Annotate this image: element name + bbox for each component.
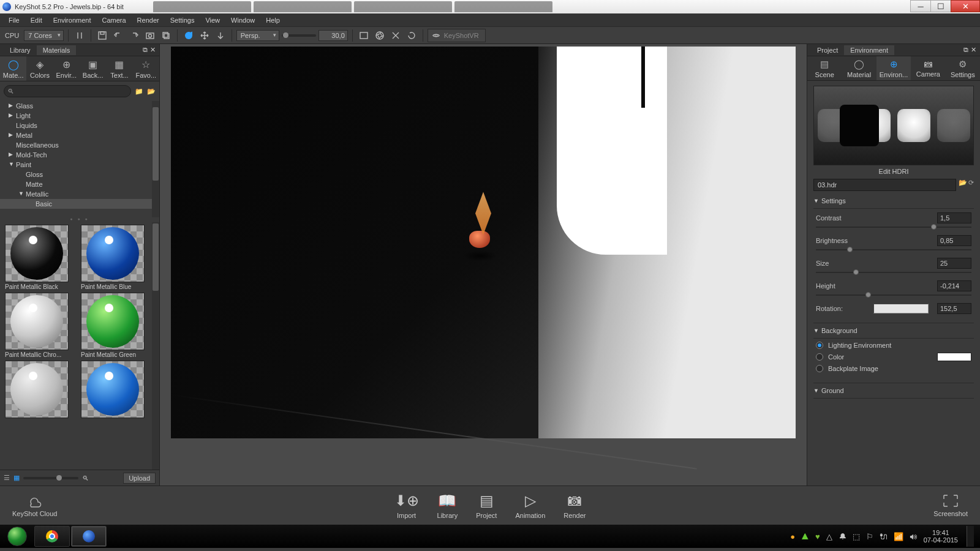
tray-icon[interactable]: ♥ — [815, 532, 820, 541]
screenshot-tool-button[interactable] — [143, 29, 157, 42]
menu-view[interactable]: View — [200, 15, 225, 26]
new-folder-icon[interactable]: 📁 — [135, 88, 143, 96]
panel-popout-icon[interactable]: ⧉ — [963, 46, 968, 54]
tray-notification-icon[interactable]: 🔔︎ — [839, 532, 846, 541]
library-materials-tab[interactable]: Materials — [37, 45, 77, 55]
action-render[interactable]: 📷︎Render — [564, 492, 586, 519]
copy-button[interactable] — [159, 29, 173, 42]
upload-button[interactable]: Upload — [123, 473, 156, 484]
keyshot-cloud-button[interactable]: KeyShot Cloud — [12, 494, 57, 517]
aperture-icon[interactable] — [373, 29, 386, 42]
undo-button[interactable] — [111, 29, 125, 42]
library-panel-title[interactable]: Library — [4, 45, 37, 55]
project-tab-environment[interactable]: ⊕Environ... — [876, 56, 911, 80]
tree-item[interactable]: ▶Glass — [0, 101, 159, 111]
project-tab-material[interactable]: ◯Material — [842, 56, 876, 80]
region-button[interactable] — [357, 29, 371, 42]
tree-item[interactable]: Basic — [0, 199, 159, 209]
action-library[interactable]: 📖Library — [437, 492, 458, 519]
size-value[interactable]: 25 — [937, 258, 971, 269]
material-thumbnail[interactable]: Paint Metallic Green — [81, 293, 151, 358]
tray-icon[interactable]: △ — [826, 532, 832, 541]
library-tab-backplates[interactable]: ▣Back... — [80, 56, 106, 81]
taskbar-chrome[interactable] — [34, 526, 70, 547]
section-ground[interactable]: ▼Ground — [807, 384, 980, 397]
library-tab-textures[interactable]: ▦Text... — [106, 56, 132, 81]
tray-clock[interactable]: 19:41 07-04-2015 — [924, 529, 958, 544]
section-background[interactable]: ▼Background — [807, 324, 980, 337]
window-maximize-button[interactable]: ☐ — [930, 0, 951, 12]
brightness-slider[interactable] — [816, 248, 971, 252]
tray-wifi-icon[interactable]: 📶 — [894, 532, 903, 541]
open-folder-icon[interactable]: 📂 — [147, 88, 156, 96]
panel-popout-icon[interactable]: ⧉ — [143, 46, 148, 54]
hdr-file-input[interactable] — [813, 179, 956, 191]
material-thumbnail[interactable]: Paint Metallic Chro... — [5, 293, 75, 358]
menu-render[interactable]: Render — [132, 15, 164, 26]
hdri-preview[interactable] — [813, 86, 974, 165]
cpu-cores-combo[interactable]: 7 Cores — [24, 30, 64, 41]
material-thumbnail[interactable] — [81, 361, 151, 419]
pause-button[interactable] — [73, 29, 86, 42]
save-button[interactable] — [96, 29, 109, 42]
move-down-button[interactable] — [214, 29, 227, 42]
contrast-value[interactable]: 1,5 — [937, 212, 971, 223]
material-thumbnail[interactable]: Paint Metallic Blue — [81, 225, 151, 290]
panel-close-icon[interactable]: ✕ — [971, 46, 976, 54]
library-search-input[interactable] — [4, 85, 131, 97]
redo-button[interactable] — [127, 29, 141, 42]
render-viewport[interactable] — [160, 44, 807, 485]
tree-item[interactable]: Matte — [0, 179, 159, 189]
splitter-handle[interactable]: ● ● ● — [0, 217, 159, 222]
menu-camera[interactable]: Camera — [97, 15, 130, 26]
fov-slider[interactable] — [282, 34, 316, 37]
library-tab-favorites[interactable]: ☆Favo... — [133, 56, 159, 81]
lock-view-button[interactable] — [389, 29, 402, 42]
project-panel-title[interactable]: Project — [811, 45, 844, 55]
taskbar-keyshot[interactable] — [71, 526, 107, 547]
grid-view-icon[interactable]: ▦ — [13, 474, 20, 482]
window-close-button[interactable]: ✕ — [951, 0, 980, 12]
tray-flag-icon[interactable]: ⚐ — [866, 532, 873, 541]
camera-combo[interactable]: Persp. — [236, 30, 279, 41]
size-slider[interactable] — [816, 271, 971, 274]
move-tool-button[interactable] — [198, 29, 211, 42]
reload-hdr-icon[interactable]: ⟳ — [968, 179, 974, 191]
bg-backplate-radio[interactable]: Backplate Image — [807, 363, 980, 374]
library-tab-colors[interactable]: ◈Colors — [26, 56, 53, 81]
tree-item[interactable]: Miscellaneous — [0, 140, 159, 150]
height-value[interactable]: -0,214 — [937, 280, 971, 291]
tray-icon[interactable]: ⬚ — [853, 532, 860, 541]
section-settings[interactable]: ▼Settings — [807, 195, 980, 207]
tray-volume-icon[interactable]: 🔊︎ — [910, 532, 918, 541]
bg-color-swatch[interactable] — [937, 353, 971, 361]
library-tab-materials[interactable]: ◯Mate... — [0, 56, 26, 81]
menu-file[interactable]: File — [4, 15, 24, 26]
contrast-slider[interactable] — [816, 225, 971, 229]
tree-item[interactable]: ▼Paint — [0, 160, 159, 170]
bg-color-radio[interactable]: Color — [807, 351, 980, 363]
rotation-value[interactable]: 152,5 — [937, 303, 971, 314]
action-project[interactable]: ▤Project — [476, 492, 497, 519]
scene-object-jewel[interactable] — [469, 192, 497, 261]
menu-help[interactable]: Help — [261, 15, 285, 26]
menu-edit[interactable]: Edit — [26, 15, 47, 26]
tray-icon[interactable]: ⯅ — [801, 532, 809, 541]
screenshot-button[interactable]: Screenshot — [933, 494, 968, 517]
action-animation[interactable]: ▷Animation — [515, 492, 545, 519]
list-view-icon[interactable]: ☰ — [4, 474, 10, 482]
menu-environment[interactable]: Environment — [48, 15, 96, 26]
show-desktop-button[interactable] — [967, 526, 974, 547]
material-thumbnail[interactable] — [5, 361, 75, 419]
start-button[interactable] — [1, 526, 33, 547]
rotation-preview[interactable] — [873, 304, 929, 313]
bg-lighting-radio[interactable]: Lighting Environment — [807, 340, 980, 351]
panel-close-icon[interactable]: ✕ — [150, 46, 156, 54]
reload-button[interactable] — [405, 29, 418, 42]
tree-item[interactable]: ▼Metallic — [0, 189, 159, 199]
thumbs-scrollbar[interactable] — [152, 222, 159, 470]
tree-item[interactable]: ▶Light — [0, 111, 159, 121]
action-import[interactable]: ⬇⊕Import — [394, 492, 419, 519]
library-tab-environments[interactable]: ⊕Envir... — [53, 56, 80, 81]
project-tab-settings[interactable]: ⚙Settings — [946, 56, 980, 80]
